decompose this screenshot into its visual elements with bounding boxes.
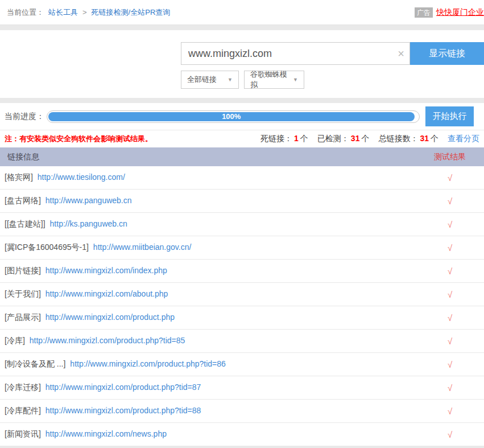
show-links-button[interactable]: 显示链接 — [410, 42, 484, 65]
result-check-mark: √ — [416, 360, 484, 369]
ad-zone: 广告 快快厦门企业 — [415, 7, 484, 18]
total-count: 31 — [418, 134, 431, 143]
table-row: [冷库迁移]http://www.mingxizl.com/product.ph… — [0, 376, 484, 400]
spider-select-value: 谷歌蜘蛛模拟 — [250, 69, 289, 90]
breadcrumb: 当前位置： 站长工具 > 死链接检测/全站PR查询 — [7, 7, 170, 18]
table-row: [产品展示]http://www.mingxizl.com/product.ph… — [0, 306, 484, 330]
result-check-mark: √ — [416, 243, 484, 253]
link-url[interactable]: http://ks.panguweb.cn — [50, 219, 127, 228]
stat-total: 总链接数：31个 — [378, 134, 439, 144]
link-url[interactable]: http://www.panguweb.cn — [45, 196, 132, 205]
link-label: [新闻资讯] — [5, 429, 41, 438]
dead-count: 1 — [292, 134, 300, 143]
url-input[interactable] — [181, 42, 410, 65]
filter-row: 全部链接 ▼ 谷歌蜘蛛模拟 ▼ — [181, 71, 484, 89]
stat-dead-links: 死链接：1个 — [260, 134, 308, 144]
stats: 死链接：1个 已检测：31个 总链接数：31个 查看分页 — [251, 134, 479, 144]
section-gap — [0, 25, 484, 30]
link-url[interactable]: http://www.mingxizl.com/news.php — [45, 429, 167, 438]
clear-input-icon[interactable]: × — [398, 48, 404, 59]
link-label: [关于我们] — [5, 289, 41, 298]
link-label: [盘古网络] — [5, 196, 41, 205]
table-row: [格宾网]http://www.tiesilong.com/ √ — [0, 166, 484, 190]
link-url[interactable]: http://www.mingxizl.com/product.php — [45, 313, 175, 322]
result-check-mark: √ — [416, 220, 484, 229]
checked-count: 31 — [349, 134, 362, 143]
link-url[interactable]: http://www.mingxizl.com/product.php?tid=… — [45, 406, 201, 415]
breadcrumb-link-current[interactable]: 死链接检测/全站PR查询 — [92, 7, 171, 18]
progress-label: 当前进度： — [5, 112, 44, 122]
result-check-mark: √ — [416, 266, 484, 276]
table-row: [[盘古建站]]http://ks.panguweb.cn √ — [0, 213, 484, 236]
breadcrumb-separator: > — [82, 8, 87, 17]
table-row: [关于我们]http://www.mingxizl.com/about.php … — [0, 283, 484, 306]
link-type-select-value: 全部链接 — [187, 75, 217, 85]
link-url[interactable]: http://www.mingxizl.com/product.php?tid=… — [30, 336, 185, 345]
link-label: [[盘古建站]] — [5, 219, 45, 228]
link-url[interactable]: http://www.mingxizl.com/product.php?tid=… — [45, 383, 201, 392]
breadcrumb-bar: 当前位置： 站长工具 > 死链接检测/全站PR查询 广告 快快厦门企业 — [0, 0, 484, 25]
link-url[interactable]: http://www.mingxizl.com/product.php?tid=… — [70, 359, 226, 368]
url-input-wrap: × — [181, 42, 410, 65]
link-label: [产品展示] — [5, 313, 41, 322]
section-gap — [0, 98, 484, 103]
column-header-link-info: 链接信息 — [0, 152, 416, 162]
link-label: [冷库] — [5, 336, 25, 345]
table-row: [新闻资讯]http://www.mingxizl.com/news.php √ — [0, 423, 484, 446]
start-button[interactable]: 开始执行 — [425, 106, 474, 126]
link-label: [图片链接] — [5, 266, 41, 275]
column-header-test-result: 测试结果 — [416, 152, 484, 162]
table-row: [冷库]http://www.mingxizl.com/product.php?… — [0, 330, 484, 353]
table-row: [盘古网络]http://www.panguweb.cn √ — [0, 190, 484, 213]
result-check-mark: √ — [416, 173, 484, 183]
chevron-down-icon: ▼ — [227, 77, 233, 83]
table-row: [图片链接]http://www.mingxizl.com/index.php … — [0, 260, 484, 283]
spider-select[interactable]: 谷歌蜘蛛模拟 ▼ — [244, 71, 304, 89]
link-label: [格宾网] — [5, 172, 33, 182]
result-check-mark: √ — [416, 383, 484, 393]
progress-bar: 100% — [47, 110, 420, 123]
ad-link[interactable]: 快快厦门企业 — [436, 7, 484, 18]
search-row: × 显示链接 — [181, 42, 484, 65]
ad-badge: 广告 — [415, 7, 433, 18]
breadcrumb-label: 当前位置： — [7, 7, 44, 18]
result-check-mark: √ — [416, 406, 484, 416]
search-card: × 显示链接 全部链接 ▼ 谷歌蜘蛛模拟 ▼ — [0, 30, 484, 98]
breadcrumb-link-home[interactable]: 站长工具 — [48, 7, 78, 18]
result-check-mark: √ — [416, 313, 484, 323]
link-url[interactable]: http://www.tiesilong.com/ — [38, 172, 125, 182]
progress-row: 当前进度： 100% 开始执行 — [0, 103, 484, 130]
link-label: [冷库配件] — [5, 406, 41, 415]
view-pagination-link[interactable]: 查看分页 — [448, 134, 479, 144]
link-label: [制冷设备及配 ...] — [5, 359, 65, 368]
warning-note: 注：有安装类似安全狗软件会影响测试结果。 — [5, 134, 152, 144]
link-url[interactable]: http://www.mingxizl.com/about.php — [45, 289, 168, 298]
link-url[interactable]: http://www.mingxizl.com/index.php — [45, 266, 167, 275]
result-check-mark: √ — [416, 290, 484, 299]
table-header: 链接信息 测试结果 — [0, 147, 484, 166]
link-type-select[interactable]: 全部链接 ▼ — [181, 71, 239, 89]
results-card: 当前进度： 100% 开始执行 注：有安装类似安全狗软件会影响测试结果。 死链接… — [0, 103, 484, 446]
result-check-mark: √ — [416, 336, 484, 346]
progress-fill: 100% — [48, 112, 415, 121]
table-row: [制冷设备及配 ...]http://www.mingxizl.com/prod… — [0, 353, 484, 376]
table-row: [冷库配件]http://www.mingxizl.com/product.ph… — [0, 400, 484, 423]
result-check-mark: √ — [416, 196, 484, 206]
table-row: [冀ICP备16004695号-1]http://www.miitbeian.g… — [0, 236, 484, 260]
note-row: 注：有安装类似安全狗软件会影响测试结果。 死链接：1个 已检测：31个 总链接数… — [0, 130, 484, 147]
link-url[interactable]: http://www.miitbeian.gov.cn/ — [93, 243, 191, 252]
progress-percent: 100% — [222, 112, 241, 121]
chevron-down-icon: ▼ — [293, 77, 298, 83]
result-check-mark: √ — [416, 430, 484, 439]
link-label: [冀ICP备16004695号-1] — [5, 243, 89, 252]
link-label: [冷库迁移] — [5, 383, 41, 392]
stat-checked: 已检测：31个 — [317, 134, 370, 144]
